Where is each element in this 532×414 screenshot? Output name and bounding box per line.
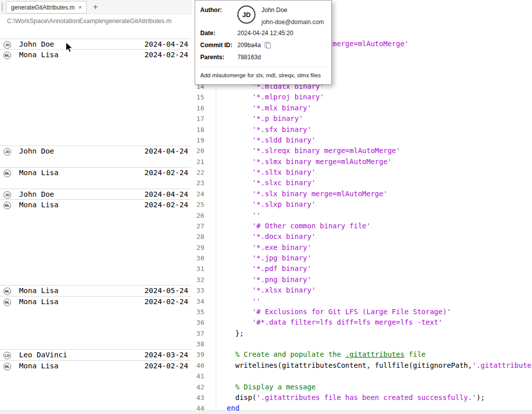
code-text: '*.slreqx binary merge=mlAutoMerge' bbox=[218, 146, 400, 156]
commit-date: 2024-05-24 bbox=[145, 287, 188, 295]
commit-date: 2024-04-24 bbox=[145, 190, 188, 198]
code-line[interactable]: 34 '' bbox=[191, 296, 532, 307]
line-number: 15 bbox=[191, 92, 204, 103]
code-line[interactable]: 37 }; bbox=[191, 328, 532, 339]
line-number: 23 bbox=[191, 178, 204, 189]
code-line[interactable]: 30 '*.jpg binary' bbox=[191, 253, 532, 264]
copy-icon[interactable] bbox=[264, 42, 271, 49]
editor-header: generateGitAttributes.m × + C:\WorkSpace… bbox=[0, 0, 192, 28]
code-line[interactable]: 25 '*.slxp binary' bbox=[191, 199, 532, 210]
new-tab-button[interactable]: + bbox=[93, 2, 98, 12]
code-line[interactable]: 38 bbox=[191, 339, 532, 350]
tooltip-parents-row: Parents: 788163d bbox=[200, 54, 326, 61]
code-line[interactable]: 42 % Display a message bbox=[191, 382, 532, 393]
code-line[interactable]: 39 % Create and populate the .gitattribu… bbox=[191, 349, 532, 360]
author-name: Mona Lisa bbox=[19, 362, 59, 370]
matlab-annotate-window: 10 '*.mdl binary diff merge=mlAutoMerge'… bbox=[0, 0, 532, 414]
date-label: Date: bbox=[200, 30, 237, 37]
code-text: writelines(gitattributesContent, fullfil… bbox=[218, 360, 532, 371]
line-number: 21 bbox=[191, 157, 204, 168]
tooltip-author-row: Author: JD John Doe john-doe@domain.com bbox=[200, 7, 326, 26]
blame-group[interactable]: JDJohn Doe2024-04-24 bbox=[0, 39, 191, 49]
blame-group[interactable]: MLMona Lisa2024-02-24 bbox=[0, 360, 191, 414]
code-line[interactable]: 33 '*.xlsx binary' bbox=[191, 285, 532, 296]
code-line[interactable]: 40 writelines(gitattributesContent, full… bbox=[191, 360, 532, 371]
line-number: 17 bbox=[191, 113, 204, 124]
blame-group[interactable]: MLMona Lisa2024-02-24 bbox=[0, 167, 191, 189]
code-line[interactable]: 29 '*.exe binary' bbox=[191, 242, 532, 253]
code-line[interactable]: 24 '*.slx binary merge=mlAutoMerge' bbox=[191, 189, 532, 200]
line-number: 29 bbox=[191, 242, 204, 253]
author-name: Mona Lisa bbox=[19, 287, 59, 295]
line-number: 22 bbox=[191, 167, 204, 178]
tab-strip: generateGitAttributes.m × + bbox=[0, 0, 192, 14]
code-text: '' bbox=[218, 210, 260, 221]
commit-date: 2024-02-24 bbox=[145, 362, 188, 370]
author-avatar: ML bbox=[4, 170, 11, 177]
code-line[interactable]: 26 '' bbox=[191, 210, 532, 221]
author-name: John Doe bbox=[19, 40, 54, 48]
line-number: 26 bbox=[191, 210, 204, 221]
code-line[interactable]: 16 '*.mlx binary' bbox=[191, 103, 532, 114]
file-path: C:\WorkSpace\AnnotationExample\generateG… bbox=[7, 18, 172, 25]
code-line[interactable]: 15 '*.mlproj binary' bbox=[191, 92, 532, 103]
code-line[interactable]: 18 '*.sfx binary' bbox=[191, 124, 532, 135]
code-text: }; bbox=[218, 328, 244, 339]
code-line[interactable]: 32 '*.png binary' bbox=[191, 274, 532, 286]
tooltip-date-row: Date: 2024-04-24 12:45:20 bbox=[200, 30, 326, 37]
line-number: 31 bbox=[191, 263, 204, 274]
code-line[interactable]: 36 '#*.data filter=lfs diff=lfs merge=lf… bbox=[191, 317, 532, 328]
code-line[interactable]: 43 disp('.gitattributes file has been cr… bbox=[191, 392, 532, 403]
author-email: john-doe@domain.com bbox=[261, 19, 324, 26]
code-line[interactable]: 28 '*.docx binary' bbox=[191, 231, 532, 242]
code-text: disp('.gitattributes file has been creat… bbox=[218, 392, 485, 403]
line-number: 41 bbox=[191, 371, 204, 382]
line-number: 19 bbox=[191, 135, 204, 146]
code-line[interactable]: 27 '# Other common binary file' bbox=[191, 221, 532, 232]
line-number: 20 bbox=[191, 146, 204, 157]
code-text: '# Exclusions for Git LFS (Large File St… bbox=[218, 307, 451, 317]
line-number: 40 bbox=[191, 360, 204, 371]
code-text: '*.docx binary' bbox=[218, 231, 316, 242]
code-line[interactable]: 41 bbox=[191, 371, 532, 382]
author-name: John Doe bbox=[19, 190, 54, 198]
line-number: 34 bbox=[191, 296, 204, 307]
commit-tooltip: Author: JD John Doe john-doe@domain.com … bbox=[195, 0, 332, 85]
code-text: '*.slx binary merge=mlAutoMerge' bbox=[218, 189, 387, 199]
line-number: 16 bbox=[191, 103, 204, 114]
blame-group[interactable]: MLMona Lisa2024-02-24 bbox=[0, 199, 191, 285]
line-number: 24 bbox=[191, 189, 204, 200]
code-line[interactable]: 31 '*.pdf binary' bbox=[191, 263, 532, 274]
author-avatar: JD bbox=[237, 6, 255, 24]
code-line[interactable]: 22 '*.sltx binary' bbox=[191, 167, 532, 178]
code-line[interactable]: 17 '*.p binary' bbox=[191, 113, 532, 124]
code-text: '*.xlsx binary' bbox=[218, 285, 316, 296]
line-number: 18 bbox=[191, 124, 204, 135]
blame-group[interactable]: JDJohn Doe2024-04-24 bbox=[0, 146, 191, 167]
line-number: 43 bbox=[191, 392, 204, 403]
horizontal-scrollbar[interactable] bbox=[0, 410, 532, 414]
author-avatar: LD bbox=[4, 352, 11, 359]
blame-group[interactable]: MLMona Lisa2024-02-24 bbox=[0, 49, 191, 146]
code-text: '*.slxp binary' bbox=[218, 199, 316, 210]
blame-group[interactable]: JDJohn Doe2024-04-24 bbox=[0, 189, 191, 199]
line-number: 39 bbox=[191, 349, 204, 360]
line-number: 42 bbox=[191, 382, 204, 393]
code-line[interactable]: 23 '*.slxc binary' bbox=[191, 178, 532, 189]
code-line[interactable]: 19 '*.sldd binary' bbox=[191, 135, 532, 146]
author-name: Mona Lisa bbox=[19, 51, 59, 59]
code-line[interactable]: 35 '# Exclusions for Git LFS (Large File… bbox=[191, 307, 532, 318]
line-number: 38 bbox=[191, 339, 204, 350]
commit-message: Add mlautomerge for slx, mdl, slreqx, sl… bbox=[200, 72, 326, 78]
code-line[interactable]: 21 '*.slmx binary merge=mlAutoMerge' bbox=[191, 157, 532, 168]
parents-label: Parents: bbox=[200, 54, 237, 61]
code-text: '*.exe binary' bbox=[218, 242, 311, 253]
code-line[interactable]: 20 '*.slreqx binary merge=mlAutoMerge' bbox=[191, 146, 532, 157]
blame-group[interactable]: LDLeo DaVinci2024-03-24 bbox=[0, 349, 191, 360]
tab-generate-git-attributes[interactable]: generateGitAttributes.m × bbox=[6, 1, 87, 14]
blame-group[interactable]: MLMona Lisa2024-05-24 bbox=[0, 285, 191, 296]
tooltip-commit-row: Commit ID: 209ba4a bbox=[200, 42, 326, 49]
blame-group[interactable]: MLMona Lisa2024-02-24 bbox=[0, 296, 191, 350]
annotation-panel: JDJohn Doe2024-04-24MLMona Lisa2024-02-2… bbox=[0, 0, 191, 414]
tab-close-icon[interactable]: × bbox=[78, 4, 82, 11]
